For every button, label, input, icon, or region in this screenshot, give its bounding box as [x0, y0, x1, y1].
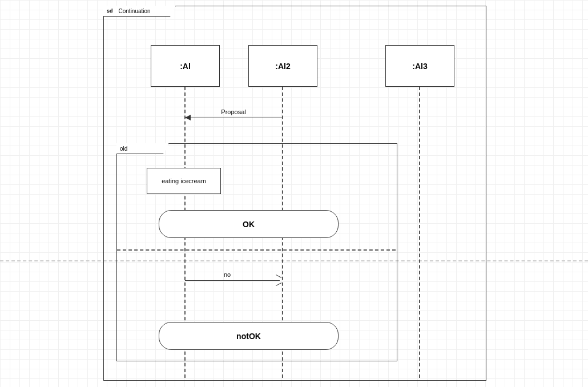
message-no[interactable]	[185, 280, 280, 281]
fragment-old-label: old	[120, 146, 127, 152]
diagram-canvas: sd Continuation :Al :Al2 :Al3 Proposal o…	[0, 0, 588, 387]
lifeline-head-al3[interactable]: :Al3	[385, 45, 454, 87]
continuation-ok-label: OK	[243, 220, 255, 229]
lifeline-label: :Al2	[275, 62, 290, 71]
message-no-arrow	[276, 277, 281, 283]
continuation-notok[interactable]: notOK	[159, 322, 339, 350]
continuation-notok-label: notOK	[236, 332, 261, 341]
sd-keyword: sd	[107, 8, 113, 14]
message-proposal-label: Proposal	[221, 108, 245, 115]
message-no-label: no	[224, 271, 231, 278]
state-eating-icecream[interactable]: eating icecream	[147, 168, 221, 194]
lifeline-label: :Al3	[412, 62, 427, 71]
lifeline-head-al2[interactable]: :Al2	[248, 45, 317, 87]
message-proposal-arrow	[185, 115, 191, 120]
message-proposal[interactable]	[185, 118, 282, 118]
continuation-ok[interactable]: OK	[159, 210, 339, 238]
state-label: eating icecream	[162, 178, 206, 184]
fragment-separator	[117, 249, 396, 251]
lifeline-al3[interactable]	[419, 87, 420, 378]
lifeline-head-al[interactable]: :Al	[151, 45, 220, 87]
sd-frame-tab: sd Continuation	[103, 6, 176, 17]
lifeline-label: :Al	[180, 62, 191, 71]
sd-title: Continuation	[119, 8, 151, 14]
fragment-old-tab: old	[116, 143, 169, 154]
